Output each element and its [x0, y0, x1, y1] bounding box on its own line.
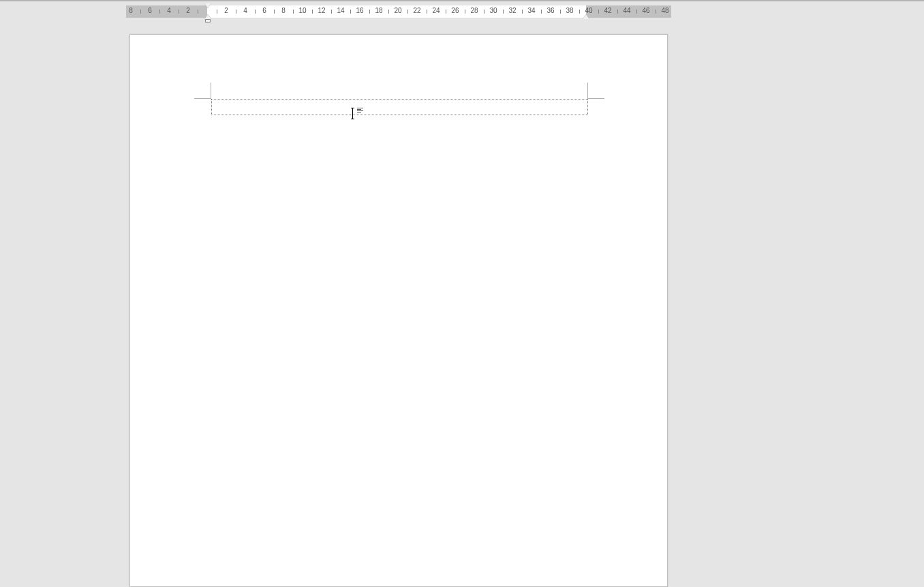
- ruler-tick-label: 40: [585, 7, 592, 14]
- ruler-minor-tick: [579, 10, 580, 14]
- ruler-minor-tick: [369, 10, 370, 14]
- ruler-tick-label: 46: [642, 7, 649, 14]
- ruler-minor-tick: [484, 10, 484, 14]
- ruler-minor-tick: [560, 10, 561, 14]
- ruler-minor-tick: [179, 10, 179, 14]
- crop-mark-tl-vertical: [211, 82, 211, 99]
- crop-mark-tr-vertical: [587, 82, 588, 99]
- ruler-minor-tick: [656, 10, 656, 14]
- ruler-tick-label: 26: [451, 7, 459, 14]
- ruler-minor-tick: [636, 10, 637, 14]
- ruler-tick-label: 2: [224, 7, 228, 14]
- crop-mark-tr-horizontal: [588, 98, 604, 99]
- ruler-tick-label: 18: [375, 7, 382, 14]
- ruler-tick-label: 28: [470, 7, 478, 14]
- ruler-minor-tick: [293, 10, 294, 14]
- ruler-tick-label: 34: [527, 7, 535, 14]
- ruler-minor-tick: [331, 10, 332, 14]
- ruler-minor-tick: [407, 10, 408, 14]
- ruler-minor-tick: [350, 10, 351, 14]
- ruler-tick-label: 6: [262, 7, 266, 14]
- ruler-minor-tick: [217, 10, 217, 14]
- ruler-tick-label: 44: [623, 7, 630, 14]
- ruler-tick-label: 8: [129, 7, 133, 14]
- page-header-area[interactable]: [211, 99, 588, 115]
- ruler-tick-label: 6: [148, 7, 152, 14]
- ruler-minor-tick: [198, 10, 198, 14]
- ruler-tick-label: 30: [489, 7, 497, 14]
- ruler-tick-label: 20: [394, 7, 401, 14]
- ruler-tick-label: 36: [546, 7, 554, 14]
- horizontal-ruler-container: 8642246810121416182022242628303234363840…: [0, 1, 924, 23]
- crop-mark-tl-horizontal: [194, 98, 211, 99]
- hanging-indent-marker[interactable]: [204, 14, 211, 19]
- ruler-tick-label: 32: [508, 7, 516, 14]
- ruler-minor-tick: [522, 10, 523, 14]
- document-page[interactable]: [129, 34, 668, 587]
- text-cursor-icon: [352, 108, 353, 119]
- ruler-minor-tick: [541, 10, 542, 14]
- ruler-minor-tick: [446, 10, 446, 14]
- ruler-tick-label: 48: [661, 7, 668, 14]
- first-line-indent-marker[interactable]: [204, 3, 211, 8]
- left-indent-marker[interactable]: [205, 19, 211, 22]
- ruler-tick-label: 24: [432, 7, 440, 14]
- ruler-tick-label: 22: [413, 7, 420, 14]
- ruler-tick-label: 4: [167, 7, 171, 14]
- ruler-minor-tick: [465, 10, 465, 14]
- ruler-minor-tick: [598, 10, 599, 14]
- ruler-minor-tick: [255, 10, 256, 14]
- ruler-minor-tick: [388, 10, 389, 14]
- ruler-tick-label: 8: [281, 7, 286, 14]
- ruler-minor-tick: [236, 10, 236, 14]
- ruler-minor-tick: [312, 10, 313, 14]
- ruler-tick-label: 38: [566, 7, 573, 14]
- align-left-icon: [357, 108, 363, 113]
- ruler-tick-label: 16: [356, 7, 363, 14]
- ruler-tick-label: 2: [186, 7, 190, 14]
- ruler-minor-tick: [159, 10, 160, 14]
- ruler-tick-label: 12: [318, 7, 325, 14]
- ruler-minor-tick: [617, 10, 618, 14]
- ruler-minor-tick: [140, 10, 141, 14]
- ruler-minor-tick: [427, 10, 427, 14]
- right-indent-marker[interactable]: [583, 14, 589, 19]
- ruler-tick-label: 14: [337, 7, 344, 14]
- ruler-tick-label: 4: [243, 7, 247, 14]
- ruler-tick-label: 10: [298, 7, 306, 14]
- ruler-minor-tick: [503, 10, 504, 14]
- ruler-tick-label: 42: [604, 7, 611, 14]
- ruler-minor-tick: [274, 10, 275, 14]
